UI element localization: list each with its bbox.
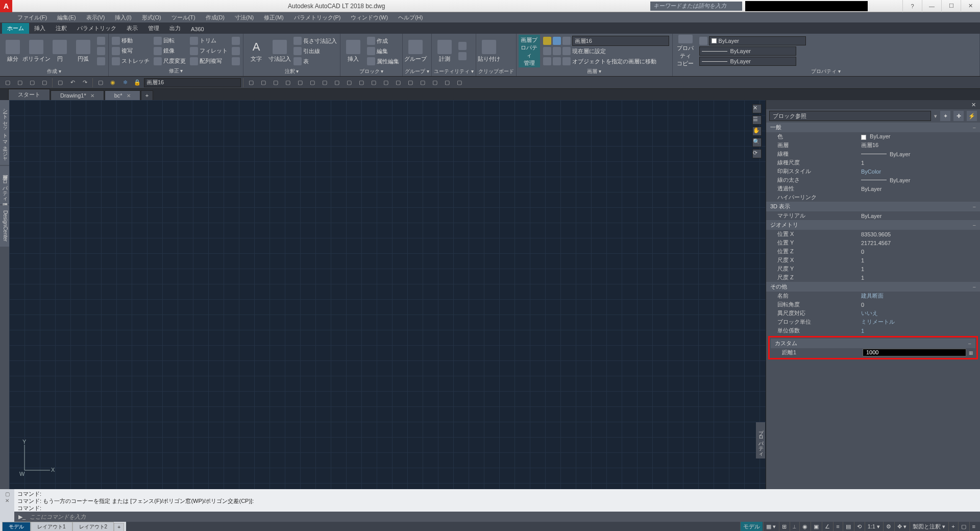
drawing-canvas[interactable]: X Y W ✕ ☰ ✋ 🔍 ⟳ bbox=[9, 100, 766, 489]
status-scale[interactable]: 1:1 ▾ bbox=[865, 522, 883, 531]
file-tab-bc[interactable]: bc*✕ bbox=[105, 90, 140, 100]
modify-extra-1[interactable] bbox=[231, 36, 241, 45]
prop-transparency[interactable]: ByLayer bbox=[858, 186, 980, 192]
move-button[interactable]: 移動 bbox=[111, 36, 151, 45]
qat-layer-combo[interactable]: 画層16 bbox=[144, 78, 241, 87]
paste-button[interactable]: 貼り付け bbox=[478, 35, 500, 67]
ribbon-tab-annotate[interactable]: 注釈 bbox=[51, 23, 72, 34]
status-trans[interactable]: ▤ bbox=[843, 522, 853, 531]
line-button[interactable]: 線分 bbox=[2, 35, 23, 67]
qat-layer-btn[interactable]: ▢ bbox=[95, 78, 106, 88]
prop-ltype[interactable]: ByLayer bbox=[858, 151, 980, 157]
close-button[interactable]: ✕ bbox=[961, 0, 980, 12]
prop-distance1-input[interactable]: 1000 bbox=[863, 349, 966, 356]
close-tab-icon[interactable]: ✕ bbox=[127, 93, 131, 99]
qat-ex-1[interactable]: ▢ bbox=[246, 78, 257, 88]
measure-button[interactable]: 計測 bbox=[434, 35, 455, 67]
status-cycling[interactable]: ⟲ bbox=[854, 522, 864, 531]
text-button[interactable]: A文字 bbox=[246, 35, 267, 67]
help-button[interactable]: ? bbox=[902, 0, 922, 12]
group-button[interactable]: グループ bbox=[405, 35, 426, 67]
pickadd-button[interactable]: ⚡ bbox=[967, 111, 977, 121]
close-tab-icon[interactable]: ✕ bbox=[90, 93, 94, 99]
qat-ex-10[interactable]: ▢ bbox=[356, 78, 367, 88]
draw-extra-2[interactable] bbox=[96, 46, 106, 56]
qat-ex-14[interactable]: ▢ bbox=[405, 78, 416, 88]
prop-scale-y[interactable]: 1 bbox=[858, 266, 980, 272]
panel-properties-title[interactable]: プロパティ ▾ bbox=[675, 67, 977, 76]
stretch-button[interactable]: ストレッチ bbox=[111, 56, 151, 66]
prop-scale-x[interactable]: 1 bbox=[858, 257, 980, 263]
qat-redo[interactable]: ↷ bbox=[79, 78, 90, 88]
status-ortho[interactable]: ⟂ bbox=[790, 522, 799, 531]
ribbon-tab-a360[interactable]: A360 bbox=[186, 25, 209, 34]
status-otrack[interactable]: ∠ bbox=[822, 522, 832, 531]
section-other[interactable]: その他− bbox=[766, 282, 980, 292]
layout-new-tab[interactable]: + bbox=[114, 523, 124, 532]
dimension-button[interactable]: 寸法記入 bbox=[269, 35, 290, 67]
qat-ex-12[interactable]: ▢ bbox=[380, 78, 391, 88]
ribbon-tab-view[interactable]: 表示 bbox=[121, 23, 143, 34]
qat-ex-4[interactable]: ▢ bbox=[282, 78, 293, 88]
panel-annotation-title[interactable]: 注釈 ▾ bbox=[246, 67, 338, 76]
array-button[interactable]: 配列複写 bbox=[189, 56, 229, 66]
panel-group-title[interactable]: グループ ▾ bbox=[405, 67, 429, 76]
util-2[interactable] bbox=[457, 52, 468, 61]
nav-close[interactable]: ✕ bbox=[752, 104, 762, 113]
draw-extra-3[interactable] bbox=[96, 57, 106, 66]
trim-button[interactable]: トリム bbox=[189, 36, 229, 45]
qat-ex-7[interactable]: ▢ bbox=[319, 78, 330, 88]
rotate-button[interactable]: 回転 bbox=[153, 36, 187, 45]
menu-window[interactable]: ウィンドウ(W) bbox=[348, 13, 391, 22]
ribbon-tab-manage[interactable]: 管理 bbox=[143, 23, 164, 34]
model-tab[interactable]: モデル bbox=[2, 522, 31, 531]
account-area[interactable] bbox=[745, 1, 868, 11]
block-attr-button[interactable]: 属性編集 bbox=[366, 57, 400, 66]
selectobj-button[interactable]: ✚ bbox=[953, 111, 964, 121]
menu-parametric[interactable]: パラメトリック(P) bbox=[291, 13, 344, 22]
linear-dim-button[interactable]: 長さ寸法記入 bbox=[292, 36, 338, 46]
qat-new[interactable]: ▢ bbox=[2, 78, 13, 88]
qat-ex-13[interactable]: ▢ bbox=[393, 78, 404, 88]
status-snap[interactable]: ⊞ bbox=[779, 522, 789, 531]
qat-bulb-icon[interactable]: ◉ bbox=[107, 78, 118, 88]
qat-saveas[interactable]: ▢ bbox=[39, 78, 50, 88]
status-max[interactable]: + bbox=[948, 522, 957, 531]
prop-rotation[interactable]: 0 bbox=[858, 302, 980, 308]
qat-save[interactable]: ▢ bbox=[27, 78, 38, 88]
status-osnap[interactable]: ▣ bbox=[811, 522, 821, 531]
layer-match[interactable]: オブジェクトを指定の画層に移動 bbox=[542, 57, 670, 66]
nav-orbit[interactable]: ⟳ bbox=[752, 149, 762, 158]
prop-ltscale[interactable]: 1 bbox=[858, 160, 980, 166]
section-geometry[interactable]: ジオメトリ− bbox=[766, 220, 980, 230]
qat-open[interactable]: ▢ bbox=[14, 78, 26, 88]
modify-extra-3[interactable] bbox=[231, 56, 241, 66]
section-custom[interactable]: カスタム− bbox=[771, 339, 975, 348]
qat-lock-icon[interactable]: 🔒 bbox=[132, 78, 143, 88]
qat-ex-15[interactable]: ▢ bbox=[417, 78, 428, 88]
layer-toolbar-icons[interactable]: 画層16 bbox=[542, 36, 670, 46]
properties-panel-label[interactable]: プロパティ bbox=[756, 422, 765, 458]
lweight-combo[interactable]: ByLayer bbox=[699, 46, 796, 56]
app-icon[interactable]: A bbox=[0, 0, 12, 12]
qat-ex-6[interactable]: ▢ bbox=[307, 78, 318, 88]
status-workspace[interactable]: 製図と注釈 ▾ bbox=[910, 522, 948, 531]
status-gear[interactable]: ⚙ bbox=[883, 522, 894, 531]
file-tab-drawing1[interactable]: Drawing1*✕ bbox=[51, 90, 104, 100]
qat-plot[interactable]: ▢ bbox=[55, 78, 66, 88]
menu-file[interactable]: ファイル(F) bbox=[14, 13, 50, 22]
status-model[interactable]: モデル bbox=[740, 522, 763, 531]
palette-sheetset[interactable]: シート セット マネージャ bbox=[0, 100, 9, 165]
minimize-button[interactable]: — bbox=[922, 0, 941, 12]
menu-edit[interactable]: 編集(E) bbox=[54, 13, 79, 22]
prop-name[interactable]: 建具断面 bbox=[858, 292, 980, 300]
palette-designcenter[interactable]: DesignCenter bbox=[0, 205, 9, 247]
qat-ex-9[interactable]: ▢ bbox=[344, 78, 355, 88]
status-polar[interactable]: ◉ bbox=[799, 522, 810, 531]
section-general[interactable]: 一般− bbox=[766, 123, 980, 132]
qat-ex-8[interactable]: ▢ bbox=[331, 78, 342, 88]
prop-lweight[interactable]: ByLayer bbox=[858, 177, 980, 183]
qat-ex-17[interactable]: ▢ bbox=[442, 78, 453, 88]
properties-close[interactable]: ✕ bbox=[970, 101, 977, 108]
status-grid[interactable]: ▦ ▾ bbox=[763, 522, 778, 531]
